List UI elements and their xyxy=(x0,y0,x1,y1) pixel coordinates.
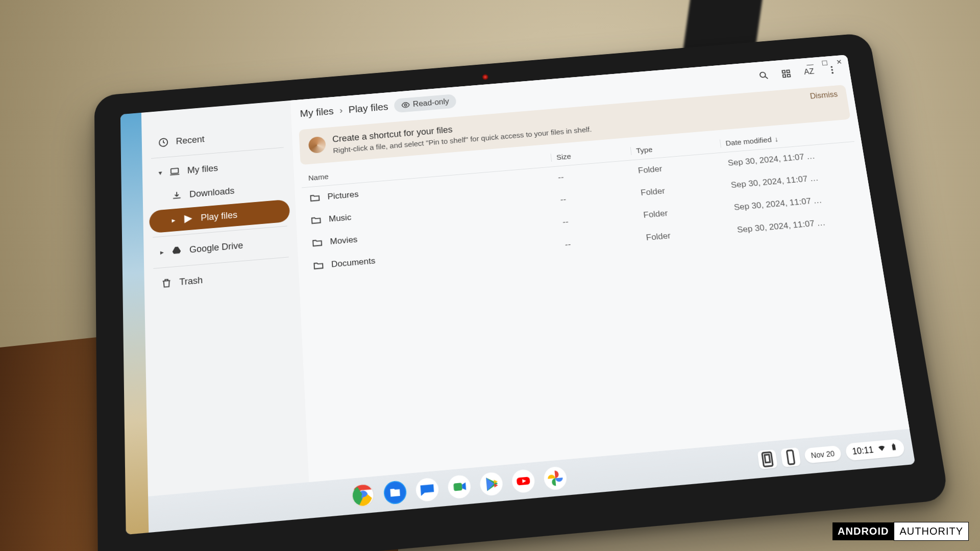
play-icon xyxy=(182,213,193,225)
svg-rect-16 xyxy=(453,483,462,491)
file-type: Folder xyxy=(635,181,726,198)
svg-point-3 xyxy=(760,72,766,78)
readonly-badge-label: Read-only xyxy=(412,97,449,109)
file-date: Sep 30, 2024, 11:07 … xyxy=(731,215,864,236)
sidebar-item-label: My files xyxy=(187,163,218,176)
tip-banner-illustration xyxy=(308,136,326,154)
battery-icon xyxy=(890,442,899,454)
breadcrumb-root[interactable]: My files xyxy=(300,106,334,119)
file-type: Folder xyxy=(641,226,733,243)
folder-icon xyxy=(309,192,321,204)
file-name: Music xyxy=(329,213,352,224)
files-window: — ☐ ✕ Recent ▾ xyxy=(141,55,910,496)
window-maximize-button[interactable]: ☐ xyxy=(820,59,829,67)
folder-icon xyxy=(312,260,324,271)
shelf-app-files[interactable] xyxy=(383,480,407,505)
shelf-app-chrome[interactable] xyxy=(351,483,375,508)
file-size: -- xyxy=(552,166,633,183)
watermark-brand-a: ANDROID xyxy=(832,522,894,540)
svg-rect-6 xyxy=(782,74,786,77)
column-header-type[interactable]: Type xyxy=(630,140,721,155)
window-minimize-button[interactable]: — xyxy=(805,60,815,68)
column-header-size[interactable]: Size xyxy=(551,147,631,162)
shelf-phone-hub-button[interactable] xyxy=(757,449,777,469)
chevron-down-icon: ▾ xyxy=(158,169,162,177)
file-name: Pictures xyxy=(327,189,359,202)
svg-rect-1 xyxy=(171,168,179,174)
shelf-app-playstore[interactable] xyxy=(479,471,504,496)
file-name: Movies xyxy=(330,235,358,247)
shelf-tote-button[interactable] xyxy=(780,447,801,467)
svg-rect-25 xyxy=(893,443,894,444)
file-table: Name Size Type Date modified↓ Pictures -… xyxy=(294,123,910,482)
chevron-right-icon: › xyxy=(339,105,343,115)
search-button[interactable] xyxy=(754,67,773,84)
tablet-device: — ☐ ✕ Recent ▾ xyxy=(94,33,949,551)
svg-rect-24 xyxy=(892,444,896,450)
file-size: -- xyxy=(555,189,636,205)
shelf-app-duo[interactable] xyxy=(447,474,471,499)
file-name: Documents xyxy=(331,256,376,270)
file-type: Folder xyxy=(638,203,730,220)
folder-icon xyxy=(311,237,323,249)
watermark: ANDROID AUTHORITY xyxy=(832,522,969,541)
file-size: -- xyxy=(559,234,642,251)
screen: — ☐ ✕ Recent ▾ xyxy=(120,55,915,535)
drive-icon xyxy=(171,245,183,257)
sidebar: Recent ▾ My files Downloads xyxy=(141,101,309,496)
front-camera xyxy=(482,74,488,80)
trash-icon xyxy=(161,277,173,289)
sidebar-item-label: Downloads xyxy=(189,186,235,199)
shelf-time: 10:11 xyxy=(851,445,874,457)
file-size: -- xyxy=(557,211,639,228)
svg-point-9 xyxy=(831,69,833,71)
search-icon xyxy=(757,70,770,81)
svg-rect-23 xyxy=(787,450,795,464)
sidebar-item-recent[interactable]: Recent xyxy=(148,121,286,155)
window-close-button[interactable]: ✕ xyxy=(835,58,844,66)
main-panel: My files › Play files Read-only xyxy=(290,55,910,482)
chevron-right-icon: ▸ xyxy=(172,216,175,224)
svg-rect-5 xyxy=(787,70,790,72)
chevron-right-icon: ▸ xyxy=(160,248,164,256)
shelf-app-messages[interactable] xyxy=(415,477,439,502)
file-type: Folder xyxy=(632,159,723,177)
shelf-app-photos[interactable] xyxy=(543,466,568,490)
wifi-icon xyxy=(877,443,887,455)
sidebar-item-label: Recent xyxy=(176,134,204,146)
sidebar-item-label: Play files xyxy=(201,210,237,223)
shelf-date[interactable]: Nov 20 xyxy=(803,445,842,464)
breadcrumb-current[interactable]: Play files xyxy=(348,101,388,115)
svg-rect-22 xyxy=(764,455,770,463)
tip-banner-dismiss-button[interactable]: Dismiss xyxy=(810,90,838,101)
watermark-brand-b: AUTHORITY xyxy=(894,522,969,541)
view-toggle-button[interactable] xyxy=(776,65,795,82)
readonly-badge: Read-only xyxy=(394,94,456,113)
sidebar-item-label: Google Drive xyxy=(189,240,243,255)
svg-point-2 xyxy=(404,104,407,106)
download-icon xyxy=(171,190,182,202)
clock-icon xyxy=(158,137,169,148)
tablet-bezel: — ☐ ✕ Recent ▾ xyxy=(94,33,949,551)
sidebar-item-label: Trash xyxy=(179,275,203,288)
svg-rect-7 xyxy=(787,74,790,77)
eye-icon xyxy=(401,101,410,110)
folder-icon xyxy=(310,215,322,227)
svg-point-10 xyxy=(831,72,834,74)
shelf-status-area: Nov 20 10:11 xyxy=(757,438,905,469)
laptop-icon xyxy=(169,166,180,177)
svg-rect-4 xyxy=(782,70,785,73)
shelf-status-tray[interactable]: 10:11 xyxy=(845,439,905,461)
shelf-app-youtube[interactable] xyxy=(511,469,535,494)
svg-point-8 xyxy=(830,66,832,68)
arrow-down-icon: ↓ xyxy=(774,135,779,143)
grid-icon xyxy=(780,68,792,80)
